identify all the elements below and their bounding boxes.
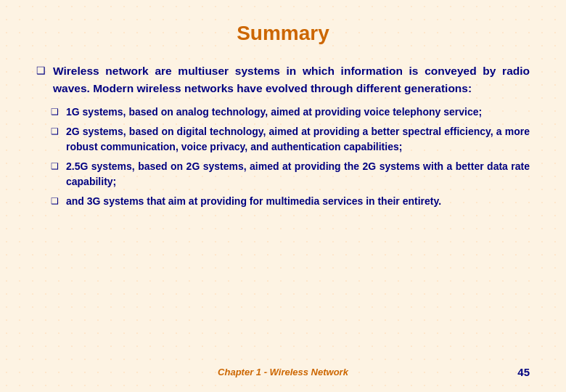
sub-bullet-2g-text: 2G systems, based on digital technology,… [66, 124, 530, 155]
sub-bullet-25g-text: 2.5G systems, based on 2G systems, aimed… [66, 159, 530, 189]
main-bullet-icon: ❑ [36, 65, 46, 76]
slide-footer: Chapter 1 - Wireless Network 45 [36, 356, 530, 377]
sub-bullets-list: ❑ 1G systems, based on analog technology… [51, 105, 530, 209]
slide-content: ❑ Wireless network are multiuser systems… [36, 62, 530, 356]
main-bullet-text: Wireless network are multiuser systems i… [53, 62, 530, 97]
slide: Summary ❑ Wireless network are multiuser… [0, 0, 566, 392]
sub-bullet-25g-icon: ❑ [51, 161, 59, 171]
main-bullet: ❑ Wireless network are multiuser systems… [36, 62, 530, 97]
slide-title: Summary [36, 22, 530, 45]
page-number: 45 [517, 366, 530, 378]
sub-bullet-2g: ❑ 2G systems, based on digital technolog… [51, 124, 530, 155]
sub-bullet-1g-text: 1G systems, based on analog technology, … [66, 105, 482, 120]
footer-chapter-text: Chapter 1 - Wireless Network [218, 367, 348, 377]
sub-bullet-25g: ❑ 2.5G systems, based on 2G systems, aim… [51, 159, 530, 189]
sub-bullet-3g-text: and 3G systems that aim at providing for… [66, 194, 441, 209]
sub-bullet-2g-icon: ❑ [51, 126, 59, 136]
sub-bullet-1g: ❑ 1G systems, based on analog technology… [51, 105, 530, 120]
sub-bullet-1g-icon: ❑ [51, 107, 59, 117]
sub-bullet-3g-icon: ❑ [51, 196, 59, 206]
sub-bullet-3g: ❑ and 3G systems that aim at providing f… [51, 194, 530, 209]
